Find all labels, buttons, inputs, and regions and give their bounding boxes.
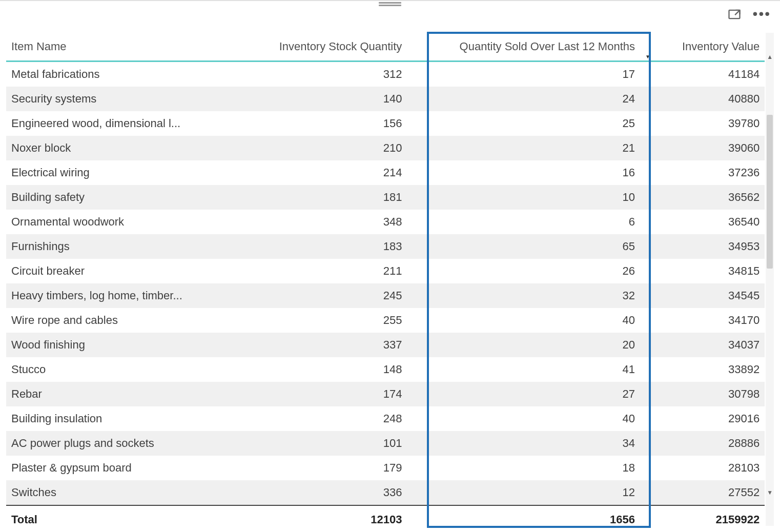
cell-item: Stucco [6,357,255,382]
cell-value: 34545 [640,283,765,308]
table-header-row: Item Name Inventory Stock Quantity Quant… [6,33,765,62]
vertical-scrollbar[interactable]: ▲ ▼ [766,33,774,526]
cell-stock: 101 [255,431,407,456]
cell-stock: 156 [255,111,407,136]
visual-toolbar: ••• [727,7,771,24]
cell-item: AC power plugs and sockets [6,431,255,456]
more-options-icon[interactable]: ••• [753,10,771,22]
column-header-item[interactable]: Item Name [6,33,255,62]
column-header-sold[interactable]: Quantity Sold Over Last 12 Months [407,33,640,62]
table-row[interactable]: Building safety1811036562 [6,185,765,210]
cell-item: Security systems [6,87,255,111]
cell-sold: 17 [407,62,640,87]
column-header-value[interactable]: Inventory Value ▼ [640,33,765,62]
column-header-stock[interactable]: Inventory Stock Quantity [255,33,407,62]
cell-item: Plaster & gypsum board [6,456,255,480]
table-row[interactable]: Ornamental woodwork348636540 [6,210,765,234]
cell-stock: 174 [255,382,407,406]
cell-item: Wood finishing [6,333,255,357]
drag-handle-icon[interactable] [379,2,401,6]
table-row[interactable]: Furnishings1836534953 [6,234,765,259]
table-row[interactable]: Noxer block2102139060 [6,136,765,160]
cell-value: 36540 [640,210,765,234]
cell-stock: 148 [255,357,407,382]
cell-value: 30798 [640,382,765,406]
cell-item: Ornamental woodwork [6,210,255,234]
table-row[interactable]: Security systems1402440880 [6,87,765,111]
cell-sold: 32 [407,283,640,308]
cell-value: 27552 [640,480,765,505]
cell-value: 28103 [640,456,765,480]
cell-stock: 336 [255,480,407,505]
cell-stock: 248 [255,406,407,431]
cell-value: 34815 [640,259,765,283]
cell-value: 39780 [640,111,765,136]
cell-value: 37236 [640,160,765,185]
cell-sold: 41 [407,357,640,382]
cell-stock: 214 [255,160,407,185]
scroll-thumb[interactable] [767,115,773,269]
table-row[interactable]: Metal fabrications3121741184 [6,62,765,87]
table-row[interactable]: Plaster & gypsum board1791828103 [6,456,765,480]
scroll-up-icon[interactable]: ▲ [766,51,774,63]
scroll-down-icon[interactable]: ▼ [766,487,774,498]
cell-sold: 40 [407,308,640,333]
table-total-row: Total 12103 1656 2159922 [6,505,765,532]
cell-item: Circuit breaker [6,259,255,283]
table-row[interactable]: Heavy timbers, log home, timber...245323… [6,283,765,308]
cell-item: Switches [6,480,255,505]
cell-sold: 16 [407,160,640,185]
cell-value: 40880 [640,87,765,111]
total-label: Total [6,505,255,532]
cell-sold: 12 [407,480,640,505]
cell-sold: 65 [407,234,640,259]
cell-value: 29016 [640,406,765,431]
cell-item: Electrical wiring [6,160,255,185]
table-row[interactable]: Circuit breaker2112634815 [6,259,765,283]
cell-sold: 6 [407,210,640,234]
table-row[interactable]: Engineered wood, dimensional l...1562539… [6,111,765,136]
cell-stock: 183 [255,234,407,259]
cell-sold: 40 [407,406,640,431]
cell-value: 34037 [640,333,765,357]
cell-stock: 348 [255,210,407,234]
cell-item: Engineered wood, dimensional l... [6,111,255,136]
cell-sold: 10 [407,185,640,210]
table-row[interactable]: Switches3361227552 [6,480,765,505]
table-row[interactable]: Wood finishing3372034037 [6,333,765,357]
cell-value: 28886 [640,431,765,456]
table-visual: ••• Item Name Inventory Stock Quantity Q… [0,0,780,532]
cell-sold: 27 [407,382,640,406]
cell-item: Heavy timbers, log home, timber... [6,283,255,308]
cell-stock: 179 [255,456,407,480]
cell-stock: 181 [255,185,407,210]
cell-stock: 211 [255,259,407,283]
cell-sold: 21 [407,136,640,160]
table-row[interactable]: AC power plugs and sockets1013428886 [6,431,765,456]
cell-sold: 26 [407,259,640,283]
cell-value: 33892 [640,357,765,382]
table-row[interactable]: Electrical wiring2141637236 [6,160,765,185]
table-row[interactable]: Rebar1742730798 [6,382,765,406]
data-table: Item Name Inventory Stock Quantity Quant… [6,33,765,532]
cell-sold: 20 [407,333,640,357]
total-value: 2159922 [640,505,765,532]
cell-value: 34953 [640,234,765,259]
cell-sold: 34 [407,431,640,456]
cell-stock: 337 [255,333,407,357]
focus-mode-icon[interactable] [727,7,742,24]
table-row[interactable]: Stucco1484133892 [6,357,765,382]
table-row[interactable]: Building insulation2484029016 [6,406,765,431]
cell-stock: 255 [255,308,407,333]
total-stock: 12103 [255,505,407,532]
cell-stock: 245 [255,283,407,308]
cell-stock: 140 [255,87,407,111]
cell-sold: 18 [407,456,640,480]
cell-item: Building insulation [6,406,255,431]
cell-stock: 312 [255,62,407,87]
cell-item: Building safety [6,185,255,210]
cell-item: Wire rope and cables [6,308,255,333]
cell-sold: 25 [407,111,640,136]
table-row[interactable]: Wire rope and cables2554034170 [6,308,765,333]
cell-item: Furnishings [6,234,255,259]
